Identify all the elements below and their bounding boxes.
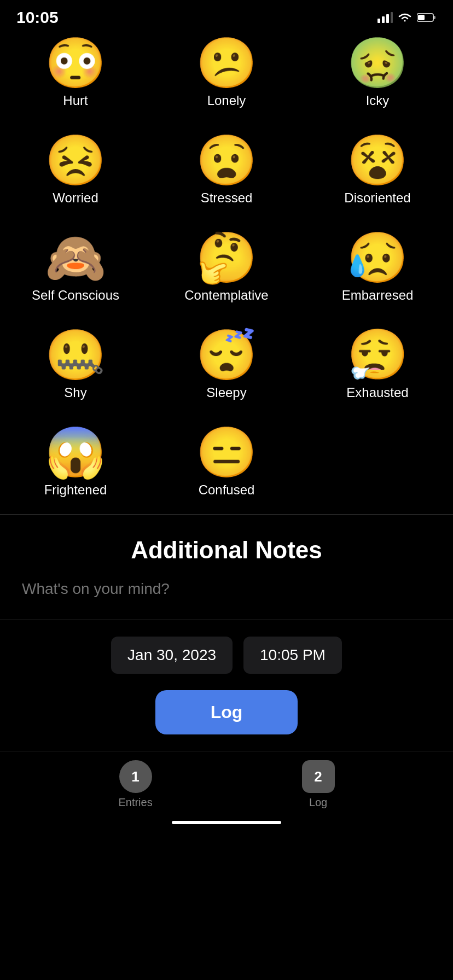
emotion-emoji-disoriented: 😵 [347,136,408,185]
home-bar [172,821,281,824]
status-time: 10:05 [16,8,59,27]
emotion-item-self-conscious[interactable]: 🙈Self Conscious [0,228,151,308]
emotion-item-hurt[interactable]: 😳Hurt [0,33,151,114]
emotion-item-contemplative[interactable]: 🤔Contemplative [151,228,302,308]
home-indicator [0,814,453,829]
emotion-item-exhausted[interactable]: 😮‍💨Exhausted [302,325,453,406]
emotion-emoji-icky: 🤢 [347,38,408,88]
svg-rect-2 [386,14,389,23]
emotion-item-worried[interactable]: 😣Worried [0,130,151,211]
tab-bar: 1Entries2Log [0,751,453,814]
notes-input[interactable] [22,580,431,598]
emotion-emoji-contemplative: 🤔 [196,233,257,282]
battery-icon [417,12,437,23]
emotion-item-embarresed[interactable]: 😥Embarresed [302,228,453,308]
signal-icon [378,12,393,23]
emotion-item-sleepy[interactable]: 😴Sleepy [151,325,302,406]
emotion-emoji-self-conscious: 🙈 [45,233,106,282]
svg-rect-0 [378,19,380,23]
emotion-label-embarresed: Embarresed [342,288,414,303]
date-button[interactable]: Jan 30, 2023 [111,637,233,674]
tab-icon-log: 2 [302,760,335,793]
emotion-label-hurt: Hurt [63,93,88,108]
tab-label-log: Log [309,796,327,809]
svg-rect-3 [391,12,393,23]
emotion-emoji-lonely: 😕 [196,38,257,88]
emotion-item-shy[interactable]: 🤐Shy [0,325,151,406]
time-button[interactable]: 10:05 PM [243,637,342,674]
emotion-emoji-embarresed: 😥 [347,233,408,282]
status-icons [378,12,437,23]
tab-item-log[interactable]: 2Log [302,760,335,809]
emotion-emoji-worried: 😣 [45,136,106,185]
notes-title: Additional Notes [22,536,431,564]
svg-rect-5 [433,16,435,19]
svg-rect-6 [418,15,425,20]
emotion-label-exhausted: Exhausted [346,385,408,400]
log-row: Log [0,685,453,751]
status-bar: 10:05 [0,0,453,27]
tab-icon-entries: 1 [119,760,152,793]
emotion-label-shy: Shy [64,385,86,400]
emotion-item-lonely[interactable]: 😕Lonely [151,33,302,114]
emotion-item-disoriented[interactable]: 😵Disoriented [302,130,453,211]
emotion-label-worried: Worried [53,190,98,206]
svg-rect-1 [382,16,385,23]
emotion-emoji-hurt: 😳 [45,38,106,88]
log-button[interactable]: Log [155,690,298,734]
emotion-label-frightened: Frightened [44,482,107,498]
emotion-emoji-frightened: 😱 [45,428,106,477]
emotion-item-stressed[interactable]: 😧Stressed [151,130,302,211]
emotion-emoji-shy: 🤐 [45,330,106,380]
notes-section: Additional Notes [0,515,453,609]
emotion-label-self-conscious: Self Conscious [32,288,119,303]
tab-item-entries[interactable]: 1Entries [118,760,152,809]
emotion-emoji-sleepy: 😴 [196,330,257,380]
emotion-label-lonely: Lonely [207,93,246,108]
emotion-emoji-confused: 😑 [196,428,257,477]
wifi-icon [397,12,413,23]
emotion-label-confused: Confused [199,482,255,498]
emotion-grid: 😳Hurt😕Lonely🤢Icky😣Worried😧Stressed😵Disor… [0,27,453,514]
tab-label-entries: Entries [118,796,152,809]
emotion-item-confused[interactable]: 😑Confused [151,422,302,503]
emotion-emoji-stressed: 😧 [196,136,257,185]
emotion-item-icky[interactable]: 🤢Icky [302,33,453,114]
emotion-label-stressed: Stressed [201,190,253,206]
emotion-item-frightened[interactable]: 😱Frightened [0,422,151,503]
datetime-row: Jan 30, 2023 10:05 PM [0,620,453,685]
emotion-label-sleepy: Sleepy [206,385,246,400]
emotion-label-contemplative: Contemplative [184,288,268,303]
emotion-label-icky: Icky [366,93,390,108]
emotion-emoji-exhausted: 😮‍💨 [347,330,408,380]
emotion-label-disoriented: Disoriented [344,190,410,206]
